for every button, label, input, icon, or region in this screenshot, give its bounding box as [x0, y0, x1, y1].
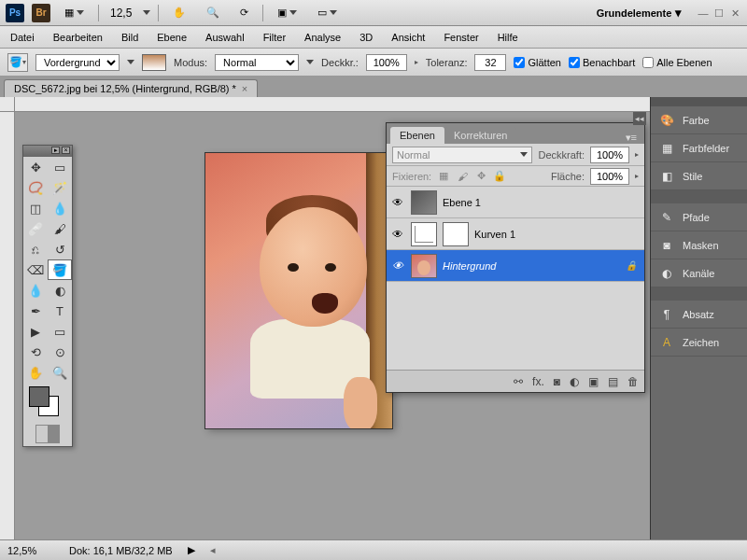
screen-mode-button[interactable]: ▭ [311, 4, 344, 21]
lock-pixels-icon[interactable]: 🖌 [456, 170, 469, 183]
menu-ebene[interactable]: Ebene [154, 29, 190, 46]
tab-ebenen[interactable]: Ebenen [390, 127, 444, 144]
menu-filter[interactable]: Filter [261, 29, 289, 46]
paint-bucket-icon[interactable]: 🪣▾ [7, 53, 28, 72]
blend-mode-select[interactable]: Normal [392, 147, 532, 163]
document-canvas[interactable] [205, 153, 392, 428]
visibility-toggle-icon[interactable]: 👁 [390, 227, 405, 242]
mask-thumbnail[interactable] [443, 222, 469, 246]
dock-zeichen[interactable]: AZeichen [651, 329, 747, 357]
foreground-color-swatch[interactable] [29, 386, 49, 407]
horizontal-ruler[interactable] [15, 97, 747, 112]
dock-absatz[interactable]: ¶Absatz [651, 301, 747, 329]
layer-name[interactable]: Hintergrund [443, 260, 620, 272]
layer-name[interactable]: Kurven 1 [474, 229, 641, 240]
adjustment-layer-icon[interactable]: ◐ [570, 375, 579, 388]
minimize-button[interactable]: — [697, 7, 710, 19]
type-tool[interactable]: T [48, 301, 72, 321]
status-flyout-icon[interactable]: ▶ [188, 544, 195, 556]
layer-row[interactable]: 👁 Ebene 1 [387, 187, 644, 218]
quick-mask-toggle[interactable] [35, 425, 60, 443]
healing-brush-tool[interactable]: 🩹 [23, 218, 48, 239]
opacity-flyout-icon[interactable]: ▸ [635, 150, 639, 159]
tab-korrekturen[interactable]: Korrekturen [444, 127, 516, 144]
crop-tool[interactable]: ◫ [23, 198, 48, 218]
dock-farbe[interactable]: 🎨Farbe [651, 106, 747, 134]
close-icon[interactable]: × [62, 147, 70, 154]
photoshop-icon[interactable]: Ps [6, 4, 24, 22]
document-tab[interactable]: DSC_5672.jpg bei 12,5% (Hintergrund, RGB… [4, 79, 258, 97]
zoom-level[interactable]: 12,5 [106, 7, 135, 20]
menu-hilfe[interactable]: Hilfe [495, 29, 521, 46]
pattern-swatch[interactable] [142, 54, 166, 71]
workspace-selector[interactable]: Grundelemente ▾ [589, 6, 689, 20]
scroll-left-icon[interactable]: ◂ [210, 544, 216, 556]
lock-transparency-icon[interactable]: ▦ [437, 170, 450, 183]
menu-fenster[interactable]: Fenster [441, 29, 481, 46]
zoom-dropdown-icon[interactable] [143, 10, 150, 15]
visibility-toggle-icon[interactable]: 👁 [390, 195, 405, 210]
visibility-toggle-icon[interactable]: 👁 [390, 259, 405, 273]
quick-select-tool[interactable]: 🪄 [48, 177, 72, 198]
vertical-ruler[interactable] [0, 112, 15, 539]
blend-mode-select[interactable]: Normal [215, 54, 299, 71]
all-layers-checkbox[interactable]: Alle Ebenen [642, 57, 712, 68]
new-group-icon[interactable]: ▣ [588, 375, 599, 388]
status-doc-size[interactable]: Dok: 16,1 MB/32,2 MB [69, 545, 173, 556]
3d-rotate-tool[interactable]: ⟲ [23, 342, 48, 362]
eyedropper-tool[interactable]: 💧 [48, 198, 72, 218]
antialias-checkbox[interactable]: Glätten [514, 57, 560, 68]
paint-bucket-tool[interactable]: 🪣 [48, 259, 72, 280]
layer-thumbnail[interactable] [411, 190, 437, 215]
lock-position-icon[interactable]: ✥ [474, 170, 487, 183]
contiguous-checkbox[interactable]: Benachbart [569, 57, 635, 68]
panel-collapse-icon[interactable]: ◂◂ [633, 112, 646, 125]
status-zoom[interactable]: 12,5% [7, 545, 54, 556]
hand-tool-button[interactable]: ✋ [166, 4, 192, 21]
history-brush-tool[interactable]: ↺ [48, 239, 72, 259]
menu-datei[interactable]: Datei [7, 29, 37, 46]
dock-farbfelder[interactable]: ▦Farbfelder [651, 134, 747, 162]
delete-layer-icon[interactable]: 🗑 [627, 375, 639, 388]
close-tab-icon[interactable]: × [242, 83, 247, 94]
menu-bearbeiten[interactable]: Bearbeiten [50, 29, 106, 46]
adjustment-thumbnail[interactable] [411, 222, 437, 246]
dock-stile[interactable]: ◧Stile [651, 162, 747, 190]
zoom-tool-button[interactable]: 🔍 [200, 4, 226, 21]
shape-tool[interactable]: ▭ [48, 321, 72, 342]
toolbox-header[interactable]: ▸× [23, 146, 72, 157]
clone-stamp-tool[interactable]: ⎌ [23, 239, 48, 259]
rotate-view-button[interactable]: ⟳ [233, 4, 255, 21]
ruler-origin[interactable] [0, 97, 15, 112]
zoom-tool[interactable]: 🔍 [48, 362, 72, 383]
menu-bild[interactable]: Bild [119, 29, 141, 46]
menu-3d[interactable]: 3D [357, 29, 375, 46]
hand-tool[interactable]: ✋ [23, 362, 48, 383]
layer-name[interactable]: Ebene 1 [443, 197, 641, 208]
add-mask-icon[interactable]: ◙ [554, 375, 560, 388]
layer-fill-input[interactable] [590, 168, 629, 185]
close-button[interactable]: ✕ [728, 7, 741, 19]
3d-orbit-tool[interactable]: ⊙ [48, 342, 72, 362]
tolerance-input[interactable] [474, 54, 506, 71]
fill-flyout-icon[interactable]: ▸ [635, 172, 639, 180]
blur-tool[interactable]: 💧 [23, 280, 48, 301]
new-layer-icon[interactable]: ▤ [608, 375, 618, 388]
layer-row[interactable]: 👁 Kurven 1 [387, 218, 644, 250]
color-swatches[interactable] [23, 383, 72, 422]
dock-masken[interactable]: ◙Masken [651, 231, 747, 259]
brush-tool[interactable]: 🖌 [48, 218, 72, 239]
link-layers-icon[interactable]: ⚯ [514, 375, 523, 388]
fill-source-select[interactable]: Vordergrund [35, 54, 120, 71]
bridge-icon[interactable]: Br [32, 4, 50, 22]
path-select-tool[interactable]: ▶ [23, 321, 48, 342]
marquee-tool[interactable]: ▭ [48, 157, 72, 177]
menu-analyse[interactable]: Analyse [302, 29, 344, 46]
dock-kanaele[interactable]: ◐Kanäle [651, 259, 747, 287]
maximize-button[interactable]: ☐ [712, 7, 726, 19]
dock-pfade[interactable]: ✎Pfade [651, 203, 747, 231]
panel-menu-icon[interactable]: ▾≡ [626, 132, 637, 144]
lock-all-icon[interactable]: 🔒 [493, 170, 506, 183]
move-tool[interactable]: ✥ [23, 157, 48, 177]
opacity-input[interactable] [366, 54, 407, 71]
